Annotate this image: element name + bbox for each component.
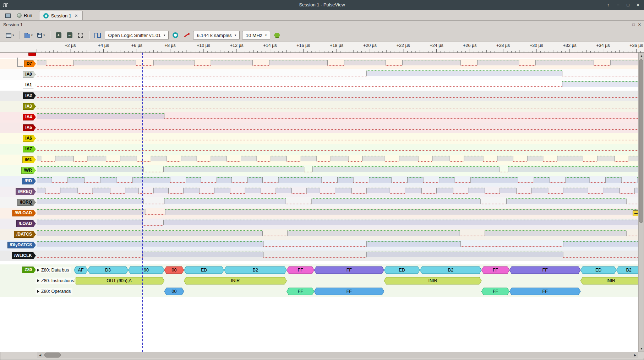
device-config-icon bbox=[173, 32, 178, 38]
sample-rate-select[interactable]: 10 MHz ▾ bbox=[242, 31, 270, 40]
scroll-up-button[interactable]: ▲ bbox=[639, 53, 644, 59]
open-file-button[interactable]: ▾ bbox=[23, 31, 34, 40]
channel-tag-WR[interactable]: /WR bbox=[21, 167, 36, 174]
zoom-fit-icon bbox=[78, 33, 83, 38]
svg-text:B2: B2 bbox=[253, 268, 258, 273]
scroll-left-button[interactable]: ◀ bbox=[37, 352, 43, 358]
configure-device-button[interactable] bbox=[171, 31, 180, 40]
timeline-ruler[interactable]: +2 µs+4 µs+6 µs+8 µs+10 µs+12 µs+14 µs+1… bbox=[0, 42, 644, 53]
horizontal-scrollbar[interactable]: ◀ ▶ bbox=[37, 352, 638, 358]
channel-tag-IA2[interactable]: IA2 bbox=[23, 92, 36, 99]
expand-arrow-icon[interactable] bbox=[37, 279, 39, 282]
ruler-label: +6 µs bbox=[131, 43, 142, 48]
expand-arrow-icon[interactable] bbox=[37, 290, 39, 293]
channel-tag-DATCS[interactable]: /DATCS bbox=[14, 231, 36, 238]
keep-above-button[interactable]: ↑ bbox=[604, 1, 612, 9]
annotation[interactable]: OUT (90h),A bbox=[74, 277, 164, 284]
add-decoder-button[interactable] bbox=[273, 31, 281, 40]
vertical-scrollbar[interactable]: ▲ ▼ bbox=[638, 53, 644, 352]
ruler-label: +20 µs bbox=[363, 43, 377, 48]
annotation[interactable]: INIR bbox=[184, 277, 286, 284]
channel-tag-IA4[interactable]: IA4 bbox=[23, 114, 36, 120]
scroll-right-button[interactable]: ▶ bbox=[632, 352, 638, 358]
zoom-in-button[interactable]: + bbox=[54, 31, 63, 40]
scroll-down-button[interactable]: ▼ bbox=[639, 346, 644, 351]
maximize-button[interactable]: □ bbox=[624, 1, 632, 9]
annotation[interactable]: FF bbox=[287, 267, 314, 274]
channel-tag-IA6[interactable]: IA6 bbox=[23, 135, 36, 142]
annotation[interactable]: FF bbox=[287, 288, 314, 295]
annotation[interactable]: FF bbox=[314, 288, 384, 295]
time-cursor-line[interactable] bbox=[142, 53, 143, 352]
save-file-button[interactable]: ▾ bbox=[36, 31, 46, 40]
expand-arrow-icon[interactable] bbox=[37, 269, 39, 272]
channel-tag-D7[interactable]: D7 bbox=[24, 60, 36, 67]
tab-session-1[interactable]: Session 1 ✕ bbox=[39, 11, 83, 20]
titlebar[interactable]: Session 1 - PulseView ↑ − □ ✕ bbox=[0, 0, 644, 10]
annotation[interactable]: FF bbox=[509, 288, 580, 295]
chevron-down-icon[interactable]: ▾ bbox=[43, 33, 45, 37]
horizontal-scroll-thumb[interactable] bbox=[44, 353, 61, 358]
sample-count-select[interactable]: 6.144 k samples ▾ bbox=[193, 31, 240, 40]
channel-tag-IA5[interactable]: IA5 bbox=[23, 124, 36, 131]
channel-tag-IA7[interactable]: IA7 bbox=[23, 146, 36, 152]
annotation[interactable]: FF bbox=[509, 267, 580, 274]
decoder-row-label-text: Z80: Data bus bbox=[41, 268, 69, 273]
new-session-button[interactable] bbox=[2, 11, 14, 20]
annotation[interactable]: B2 bbox=[420, 267, 482, 274]
channel-tag-IA1[interactable]: IA1 bbox=[23, 82, 36, 88]
annotation[interactable]: INIR bbox=[580, 277, 638, 284]
channel-tag-IORQ[interactable]: /IORQ bbox=[17, 199, 36, 206]
chevron-down-icon[interactable]: ▾ bbox=[12, 33, 14, 37]
annotation[interactable]: FF bbox=[481, 267, 509, 274]
annotation[interactable]: FF bbox=[481, 288, 509, 295]
annotation[interactable]: ED bbox=[580, 267, 616, 274]
channel-tag-WLOAD[interactable]: /WLOAD bbox=[12, 210, 36, 216]
zoom-out-icon: − bbox=[67, 32, 72, 38]
new-view-button[interactable]: ▾ bbox=[5, 31, 15, 40]
dock-close-button[interactable]: ✕ bbox=[638, 21, 641, 29]
channel-tag-IA0[interactable]: IA0 bbox=[23, 71, 36, 78]
svg-text:FF: FF bbox=[298, 289, 304, 294]
sigrok-logo-icon bbox=[43, 13, 49, 18]
annotation[interactable]: D3 bbox=[88, 267, 128, 274]
dock-titlebar[interactable]: Session 1 □ ✕ bbox=[0, 21, 644, 29]
edge-flag-marker[interactable] bbox=[633, 210, 638, 216]
channel-tag-MREQ[interactable]: /MREQ bbox=[16, 188, 36, 195]
channel-tag-M1[interactable]: /M1 bbox=[22, 156, 36, 163]
channel-tag-RD[interactable]: /RD bbox=[22, 178, 36, 184]
svg-text:FF: FF bbox=[346, 289, 352, 294]
channel-tag-LOAD[interactable]: /LOAD bbox=[16, 220, 36, 227]
annotation[interactable]: INIR bbox=[384, 277, 481, 284]
decoder-tag-z80[interactable]: Z80 bbox=[22, 267, 36, 273]
channel-row-DlyDATCS bbox=[0, 240, 638, 251]
configure-channels-button[interactable] bbox=[182, 31, 191, 40]
channel-tag-WLICLK[interactable]: /WLICLK bbox=[12, 252, 36, 259]
annotation[interactable]: AF bbox=[74, 267, 88, 274]
minimize-button[interactable]: − bbox=[614, 1, 622, 9]
annotation[interactable]: 00 bbox=[164, 267, 184, 274]
dock-float-button[interactable]: □ bbox=[632, 21, 635, 29]
annotation[interactable]: B2 bbox=[224, 267, 286, 274]
run-button[interactable]: Run bbox=[14, 11, 36, 20]
zoom-out-button[interactable]: − bbox=[65, 31, 74, 40]
annotation[interactable]: B2 bbox=[616, 267, 638, 274]
main-toolbar: ▾ ▾ ▾ + − Open Logic Sniffer v1.01 ▾ bbox=[0, 29, 644, 42]
annotation[interactable]: ED bbox=[184, 267, 224, 274]
annotation[interactable]: ED bbox=[384, 267, 420, 274]
device-select[interactable]: Open Logic Sniffer v1.01 ▾ bbox=[105, 31, 169, 40]
annotation[interactable]: FF bbox=[314, 267, 384, 274]
channel-tag-DlyDATCS[interactable]: /DlyDATCS bbox=[7, 242, 36, 248]
annotation[interactable]: 90 bbox=[128, 267, 164, 274]
chevron-down-icon[interactable]: ▾ bbox=[31, 33, 33, 37]
tab-close-icon[interactable]: ✕ bbox=[74, 14, 78, 18]
vertical-scroll-thumb[interactable] bbox=[639, 59, 643, 223]
trace-view[interactable]: AFD39000EDB2FFFFEDB2FFFFEDB2OUT (90h),AI… bbox=[0, 53, 638, 352]
show-cursors-button[interactable] bbox=[93, 31, 102, 40]
annotation[interactable]: 00 bbox=[164, 288, 184, 295]
channel-tag-IA3[interactable]: IA3 bbox=[23, 103, 36, 110]
ruler-label: +22 µs bbox=[397, 43, 410, 48]
zoom-fit-button[interactable] bbox=[76, 31, 85, 40]
ruler-label: +32 µs bbox=[563, 43, 577, 48]
close-button[interactable]: ✕ bbox=[634, 1, 642, 9]
